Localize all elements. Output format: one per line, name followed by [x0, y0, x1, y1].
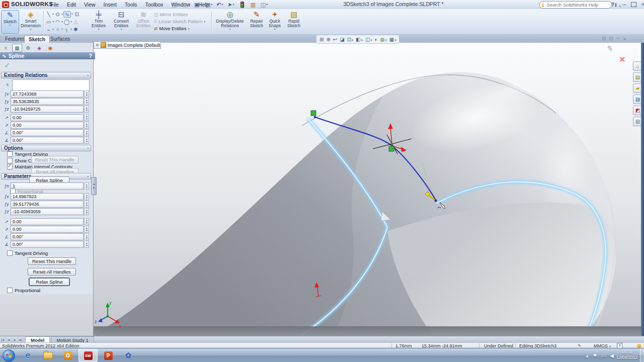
feature-tree-flyout[interactable]: ⊞ Images Complete (Default...	[94, 41, 161, 49]
taskbar-app[interactable]: ✿	[119, 349, 138, 362]
display-manager-tab-icon[interactable]: ◉	[45, 44, 55, 52]
dropdown-icon[interactable]: ▾	[188, 28, 190, 30]
open-icon[interactable]: ◰	[182, 1, 191, 9]
checkbox-icon[interactable]	[7, 158, 13, 163]
mirror-entities-button[interactable]: ◫ Mirror Entities	[154, 11, 205, 18]
zoom-fit-icon[interactable]: ⊞	[319, 37, 324, 42]
smart-dimension-button[interactable]: ◈ Smart Dimension ▾	[20, 10, 41, 33]
proportional-checkbox[interactable]: Proportional	[7, 288, 40, 293]
task-pane-edge[interactable]	[641, 43, 644, 336]
tray-expand-icon[interactable]: ▴	[586, 353, 589, 358]
menu-view[interactable]: View	[80, 0, 100, 9]
x-coordinate-field[interactable]: 27.7243368	[11, 90, 84, 98]
help-icon[interactable]: ?	[610, 2, 618, 8]
spin-down-icon[interactable]: ▾	[86, 244, 88, 247]
circle-tool-icon[interactable]: ⊙	[54, 12, 61, 17]
move-entities-button[interactable]: ⇄ Move Entities ▾	[154, 25, 205, 32]
rectangle-tool-icon[interactable]: ▭	[45, 19, 52, 25]
dropdown-icon[interactable]: ▾	[98, 28, 99, 31]
trim-entities-button[interactable]: ╪ Trim Entities ▾	[89, 10, 109, 33]
spin-down-icon[interactable]: ▾	[86, 140, 88, 143]
existing-relations-header[interactable]: Existing Relations	[1, 72, 91, 78]
display-icon[interactable]: ▭	[601, 353, 606, 358]
print-icon[interactable]: ▤	[204, 1, 213, 9]
expand-icon[interactable]: ⊞	[96, 43, 99, 47]
spinner[interactable]: ▴▾	[84, 193, 89, 200]
spin-down-icon[interactable]: ▾	[86, 94, 88, 97]
quick-snaps-button[interactable]: ✦ Quick Snaps ▾	[267, 10, 283, 33]
spinner[interactable]: ▴▾	[84, 114, 89, 121]
spin-down-icon[interactable]: ▾	[86, 237, 88, 239]
taskbar-powerpoint[interactable]: P	[99, 349, 118, 362]
dropdown-icon[interactable]: ▾	[229, 28, 230, 31]
spin-down-icon[interactable]: ▾	[86, 212, 88, 214]
tab-surfaces[interactable]: Surfaces	[46, 35, 74, 43]
relax-spline-button[interactable]: Relax Spline	[29, 278, 69, 286]
apply-scene-icon[interactable]: ◍	[380, 37, 387, 42]
ellipse-tool-icon[interactable]: ◯	[63, 19, 70, 25]
spinner[interactable]: ▴▾	[84, 183, 89, 190]
section-view-icon[interactable]: ◪	[340, 37, 344, 42]
checkbox-checked-icon[interactable]	[7, 164, 13, 169]
minimize-icon[interactable]: ─	[620, 2, 628, 8]
select-icon[interactable]: ➤	[226, 1, 235, 9]
z-coordinate-field[interactable]: -10.94259725	[11, 106, 84, 113]
configuration-manager-tab-icon[interactable]: ⚙	[23, 44, 33, 52]
zoom-area-icon[interactable]: ⊕	[326, 37, 330, 42]
ok-check-icon[interactable]: ✓	[4, 61, 11, 70]
spinner[interactable]: ▴▾	[84, 106, 89, 113]
display-style-icon[interactable]: ◧	[356, 37, 363, 42]
spinner[interactable]: ▴▾	[84, 98, 89, 105]
spin-down-icon[interactable]: ▾	[86, 222, 88, 224]
sketch-tool-button[interactable]: ✎ Sketch ▾	[1, 10, 19, 34]
dropdown-icon[interactable]: ▾	[52, 13, 54, 16]
dropdown-icon[interactable]: ▾	[120, 28, 122, 31]
doc-minimize-icon[interactable]: ─	[616, 36, 620, 43]
spinner[interactable]: ▴▾	[84, 241, 89, 248]
reset-all-handles-button[interactable]: Reset All Handles	[28, 268, 76, 276]
spinner[interactable]: ▴▾	[84, 122, 89, 129]
dropdown-icon[interactable]: ▾	[71, 13, 73, 16]
slot-tool-icon[interactable]: ⌣	[45, 27, 52, 33]
view-settings-icon[interactable]: ▦	[389, 37, 396, 42]
edit-appearance-icon[interactable]: ◐	[375, 37, 378, 42]
taskbar-outlook[interactable]: O	[58, 349, 77, 362]
spinner[interactable]: ▴▾	[84, 201, 89, 208]
new-window-icon[interactable]: ⊞	[602, 36, 606, 43]
options-icon[interactable]: ◫	[260, 1, 269, 9]
dropdown-icon[interactable]: ▾	[52, 28, 54, 31]
cascade-icon[interactable]: ⊟	[609, 36, 613, 43]
action-center-icon[interactable]: ⚑	[593, 353, 597, 358]
spline-tool-icon[interactable]: ∿	[63, 11, 71, 18]
circle2-tool-icon[interactable]: ○	[54, 27, 61, 32]
spin-down-icon[interactable]: ▾	[86, 204, 88, 207]
polygon-tool-icon[interactable]: △	[72, 19, 79, 25]
spinner[interactable]: ▴▾	[84, 129, 89, 136]
sketch-cancel-icon[interactable]: ×	[619, 54, 625, 65]
previous-view-icon[interactable]: ↩	[333, 37, 337, 42]
rebuild-icon[interactable]	[237, 1, 247, 9]
pm-help-icon[interactable]: ?	[89, 53, 92, 59]
spinner[interactable]: ▴▾	[84, 137, 89, 144]
options-header[interactable]: Options	[1, 145, 91, 151]
dropdown-icon[interactable]: ▾	[30, 28, 31, 31]
arc-tool-icon[interactable]: ◠	[54, 19, 61, 25]
spin-down-icon[interactable]: ▾	[86, 125, 88, 128]
close-icon[interactable]: ×	[639, 1, 644, 8]
spin-down-icon[interactable]: ▾	[86, 229, 88, 232]
param-x-field[interactable]: 14.8967823	[11, 193, 84, 200]
sketch-point-icon[interactable]: ✱	[72, 27, 79, 32]
relations-list[interactable]	[12, 79, 90, 92]
param-y-field[interactable]: 39.51779436	[11, 201, 84, 208]
undo-icon[interactable]: ↶	[215, 1, 224, 9]
param-z-field[interactable]: -10.40993059	[11, 208, 84, 215]
checkbox-icon[interactable]	[7, 288, 13, 293]
linear-pattern-button[interactable]: ⠿ Linear Sketch Pattern ▾	[154, 18, 205, 25]
spin-down-icon[interactable]: ▾	[86, 118, 88, 120]
rapid-sketch-button[interactable]: ▧ Rapid Sketch	[285, 10, 303, 33]
dropdown-icon[interactable]: ▾	[70, 21, 72, 23]
convert-entities-button[interactable]: ⊟ Convert Entities ▾	[110, 10, 133, 33]
spin-down-icon[interactable]: ▾	[86, 197, 88, 199]
dropdown-icon[interactable]: ▾	[61, 28, 63, 31]
spin-down-icon[interactable]: ▾	[86, 102, 88, 104]
